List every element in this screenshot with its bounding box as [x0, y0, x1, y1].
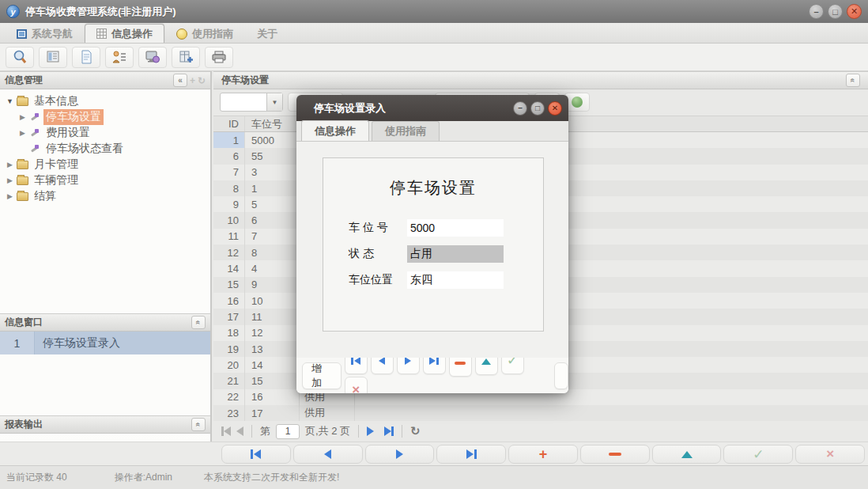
collapse-left-button[interactable]: « [173, 74, 187, 87]
chevron-down-icon: ▼ [266, 93, 282, 111]
field-input-车位号[interactable] [407, 219, 504, 237]
minimize-button[interactable]: – [809, 4, 824, 19]
table-add-button[interactable] [172, 47, 200, 68]
cell-id: 8 [213, 180, 245, 196]
first-page-button[interactable] [221, 426, 231, 436]
dialog-tabbar: 信息操作使用指南 [296, 121, 568, 142]
filter-combobox[interactable]: ▼ [220, 93, 283, 112]
tab-系统导航[interactable]: 系统导航 [5, 24, 85, 43]
tab-关于[interactable]: 关于 [245, 24, 289, 43]
dialog-maximize-button[interactable]: □ [530, 101, 545, 116]
user-list-button[interactable] [105, 47, 134, 68]
check-record-button[interactable]: ✓ [723, 445, 793, 464]
plus-record-button[interactable]: + [508, 445, 578, 464]
collapse-up-icon[interactable]: « [191, 316, 206, 329]
pagination-bar: 第 页,共 2 页 ↻ [213, 421, 868, 442]
expand-arrow-icon[interactable]: ▶ [5, 161, 15, 169]
field-label: 车 位 号 [349, 221, 407, 235]
dialog-tab-信息操作[interactable]: 信息操作 [301, 120, 369, 141]
cell-id: 21 [213, 373, 245, 389]
tree-item-停车场设置[interactable]: ▶停车场设置 [0, 109, 210, 125]
tab-使用指南[interactable]: 使用指南 [164, 24, 245, 43]
search-button[interactable] [6, 47, 34, 68]
cell-spot-number: 5 [245, 196, 300, 212]
check-record-button[interactable]: ✓ [501, 358, 524, 374]
tree-item-label: 基本信息 [32, 93, 81, 109]
minus-record-button[interactable] [580, 445, 650, 464]
up-record-button[interactable] [652, 445, 722, 464]
last-record-button[interactable] [436, 445, 506, 464]
tree-item-月卡管理[interactable]: ▶月卡管理 [0, 157, 210, 172]
app-window: y 停车场收费管理系统(非注册用户) – □ ✕ 系统导航信息操作使用指南关于 … [0, 0, 868, 489]
page-number-input[interactable] [276, 424, 300, 439]
close-button[interactable]: ✕ [847, 4, 862, 19]
tool-icon [29, 143, 40, 154]
folder-icon [17, 97, 28, 106]
last-record-button[interactable] [423, 358, 446, 374]
next-page-button[interactable] [367, 426, 374, 436]
cell-id: 11 [213, 229, 245, 244]
cell-spot-number: 6 [245, 212, 300, 228]
form-list-button[interactable] [39, 47, 67, 68]
prev-record-button[interactable] [293, 445, 363, 464]
table-row[interactable]: 2317供用 [213, 405, 868, 421]
last-page-button[interactable] [384, 426, 394, 436]
field-input-状态[interactable] [407, 245, 504, 263]
minus-record-button[interactable] [449, 358, 472, 377]
tree-item-label: 停车场状态查看 [43, 141, 126, 157]
expand-arrow-icon[interactable]: ▶ [5, 192, 15, 200]
dialog-close-button[interactable]: ✕ [548, 101, 562, 116]
maximize-button[interactable]: □ [828, 4, 843, 19]
folder-icon [17, 176, 28, 185]
cell-spot-number: 55 [245, 148, 300, 164]
printer-button[interactable] [205, 47, 233, 68]
cell-id: 22 [213, 389, 245, 405]
cell-id: 6 [213, 148, 245, 164]
field-input-车位位置[interactable] [407, 271, 504, 289]
info-window-item[interactable]: 1停车场设置录入 [0, 332, 210, 354]
dialog-tab-使用指南[interactable]: 使用指南 [372, 121, 440, 141]
expand-arrow-icon[interactable]: ▼ [5, 97, 15, 105]
prev-page-button[interactable] [236, 426, 243, 436]
clipped-button[interactable] [554, 362, 568, 389]
info-management-title: 信息管理 [5, 74, 43, 87]
dialog-titlebar[interactable]: 停车场设置录入 – □ ✕ [296, 95, 568, 121]
refresh-button[interactable]: ↻ [410, 424, 421, 438]
tree-item-停车场状态查看[interactable]: 停车场状态查看 [0, 141, 210, 157]
form-title: 停车场设置 [323, 177, 543, 199]
next-record-button[interactable] [365, 445, 435, 464]
next-record-button[interactable] [397, 358, 420, 374]
first-record-button[interactable] [345, 358, 368, 374]
collapse-up-icon[interactable]: « [191, 418, 206, 431]
dialog-minimize-button[interactable]: – [513, 101, 527, 116]
document-button[interactable] [72, 47, 100, 68]
close-record-button[interactable]: × [345, 377, 368, 393]
collapse-up-icon[interactable]: « [846, 74, 860, 87]
form-list-icon [45, 49, 61, 65]
folder-icon [17, 161, 28, 169]
monitor-globe-button[interactable] [138, 47, 167, 68]
tree-item-车辆管理[interactable]: ▶车辆管理 [0, 172, 210, 188]
nav-tree: ▼基本信息▶停车场设置▶费用设置停车场状态查看▶月卡管理▶车辆管理▶结算 [0, 89, 210, 204]
col-header-spot[interactable]: 车位号 [245, 116, 300, 131]
col-header-id[interactable]: ID [213, 116, 245, 131]
info-window-item-label: 停车场设置录入 [35, 336, 120, 351]
up-record-button[interactable] [475, 358, 498, 375]
tab-label: 信息操作 [111, 27, 153, 41]
add-icon: + [190, 75, 195, 86]
report-output-title: 报表输出 [5, 418, 43, 431]
tree-item-费用设置[interactable]: ▶费用设置 [0, 125, 210, 141]
tree-item-基本信息[interactable]: ▼基本信息 [0, 93, 210, 109]
first-record-button[interactable] [221, 445, 291, 464]
status-message: 本系统支持二次开发和全新开发! [204, 471, 339, 484]
tree-item-结算[interactable]: ▶结算 [0, 188, 210, 204]
prev-record-button[interactable] [371, 358, 394, 374]
close-record-button[interactable]: × [795, 445, 865, 464]
info-window-title: 信息窗口 [5, 316, 43, 329]
expand-arrow-icon[interactable]: ▶ [17, 129, 28, 137]
tab-信息操作[interactable]: 信息操作 [85, 24, 164, 43]
cell-empty [355, 405, 868, 421]
add-record-button[interactable]: 增加 [302, 362, 342, 389]
expand-arrow-icon[interactable]: ▶ [17, 113, 28, 121]
expand-arrow-icon[interactable]: ▶ [5, 176, 15, 184]
